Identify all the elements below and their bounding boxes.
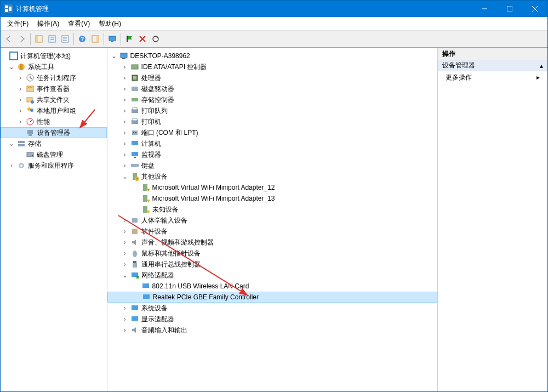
label: 磁盘管理 xyxy=(37,150,63,160)
nav-system-tools[interactable]: ⌄ 系统工具 xyxy=(1,61,107,72)
minimize-button[interactable] xyxy=(472,1,497,17)
refresh-button[interactable] xyxy=(150,33,162,45)
chevron-right-icon[interactable]: › xyxy=(122,239,128,246)
show-actions-button[interactable] xyxy=(89,33,101,45)
forward-button[interactable] xyxy=(16,33,28,45)
device-system[interactable]: ›系统设备 xyxy=(107,303,438,314)
label: 存储控制器 xyxy=(141,95,174,105)
chevron-right-icon[interactable]: › xyxy=(122,129,128,136)
device-software[interactable]: ›软件设备 xyxy=(107,226,438,237)
device-ports[interactable]: ›端口 (COM 和 LPT) xyxy=(107,127,438,138)
chevron-right-icon[interactable]: › xyxy=(122,140,128,147)
menu-action[interactable]: 操作(A) xyxy=(33,18,64,30)
svg-rect-76 xyxy=(132,229,138,234)
printer-icon xyxy=(130,117,139,126)
nav-root[interactable]: 计算机管理(本地) xyxy=(1,50,107,61)
device-wlan[interactable]: 802.11n USB Wireless LAN Card xyxy=(107,281,438,292)
label: 声音、视频和游戏控制器 xyxy=(141,238,214,247)
menu-file[interactable]: 文件(F) xyxy=(3,18,33,30)
svg-point-47 xyxy=(32,155,33,156)
chevron-right-icon[interactable]: › xyxy=(122,250,128,257)
nav-performance[interactable]: › 性能 xyxy=(1,116,107,127)
device-computer[interactable]: ›计算机 xyxy=(107,138,438,149)
chevron-down-icon[interactable]: ⌄ xyxy=(8,140,15,147)
green-flag-button[interactable] xyxy=(123,33,135,45)
chevron-right-icon[interactable]: › xyxy=(17,75,24,81)
chevron-down-icon[interactable]: ⌄ xyxy=(122,272,128,279)
chevron-right-icon[interactable]: › xyxy=(122,327,128,333)
chevron-down-icon[interactable]: ⌄ xyxy=(122,173,128,180)
back-button[interactable] xyxy=(3,33,15,45)
chevron-right-icon[interactable]: › xyxy=(122,151,128,158)
nav-system-tools-label: 系统工具 xyxy=(28,63,54,72)
chevron-right-icon[interactable]: › xyxy=(122,107,128,114)
chevron-right-icon[interactable]: › xyxy=(122,261,128,268)
nav-event-viewer[interactable]: › 事件查看器 xyxy=(1,83,107,94)
actions-more[interactable]: 更多操作 ▸ xyxy=(438,71,547,83)
device-ide[interactable]: ›IDE ATA/ATAPI 控制器 xyxy=(107,61,438,72)
chevron-right-icon[interactable]: › xyxy=(17,96,24,103)
device-realtek[interactable]: Realtek PCIe GBE Family Controller xyxy=(107,292,438,303)
properties-button[interactable] xyxy=(46,33,58,45)
svg-rect-28 xyxy=(10,53,17,59)
device-hid[interactable]: ›人体学输入设备 xyxy=(107,215,438,226)
chevron-right-icon[interactable]: › xyxy=(122,316,128,322)
chevron-right-icon[interactable]: › xyxy=(17,86,24,92)
device-wifi13[interactable]: Microsoft Virtual WiFi Miniport Adapter_… xyxy=(107,193,438,204)
chevron-right-icon[interactable]: › xyxy=(17,118,24,125)
svg-rect-20 xyxy=(96,36,99,42)
nav-task-scheduler[interactable]: › 任务计划程序 xyxy=(1,72,107,83)
actions-section[interactable]: 设备管理器 ▴ xyxy=(438,60,547,71)
device-cpu[interactable]: ›处理器 xyxy=(107,72,438,83)
chevron-right-icon[interactable]: › xyxy=(17,107,24,114)
device-printers[interactable]: ›打印机 xyxy=(107,116,438,127)
label: 任务计划程序 xyxy=(37,73,76,83)
actions-header: 操作 xyxy=(438,48,547,60)
chevron-right-icon[interactable]: › xyxy=(122,162,128,169)
device-storage-ctrl[interactable]: ›存储控制器 xyxy=(107,94,438,105)
chevron-right-icon[interactable]: › xyxy=(122,305,128,311)
monitor-icon-button[interactable] xyxy=(106,33,118,45)
nav-local-users[interactable]: › 本地用户和组 xyxy=(1,105,107,116)
svg-rect-84 xyxy=(132,305,138,310)
device-mice[interactable]: ›鼠标和其他指针设备 xyxy=(107,248,438,259)
chevron-right-icon[interactable]: › xyxy=(122,118,128,125)
chevron-right-icon[interactable]: › xyxy=(122,86,128,92)
device-wifi12[interactable]: !Microsoft Virtual WiFi Miniport Adapter… xyxy=(107,182,438,193)
nav-device-manager[interactable]: 设备管理器 xyxy=(1,127,107,138)
device-other[interactable]: ⌄?其他设备 xyxy=(107,171,438,182)
chevron-right-icon[interactable]: › xyxy=(122,64,128,70)
chevron-right-icon[interactable]: › xyxy=(122,75,128,81)
device-usb[interactable]: ›通用串行总线控制器 xyxy=(107,259,438,270)
export-list-button[interactable] xyxy=(59,33,71,45)
device-root[interactable]: ⌄ DESKTOP-A398962 xyxy=(107,50,438,61)
chevron-down-icon[interactable]: ⌄ xyxy=(111,53,117,59)
nav-disk-management[interactable]: 磁盘管理 xyxy=(1,149,107,160)
device-display[interactable]: ›显示适配器 xyxy=(107,314,438,325)
chevron-right-icon[interactable]: › xyxy=(122,96,128,103)
nav-services-apps[interactable]: › 服务和应用程序 xyxy=(1,160,107,171)
device-monitors[interactable]: ›监视器 xyxy=(107,149,438,160)
chevron-right-icon[interactable]: › xyxy=(122,217,128,224)
nav-shared-folders[interactable]: › 共享文件夹 xyxy=(1,94,107,105)
device-disk-drives[interactable]: ›磁盘驱动器 xyxy=(107,83,438,94)
delete-button[interactable] xyxy=(136,33,149,45)
nav-storage[interactable]: ⌄ 存储 xyxy=(1,138,107,149)
help-button[interactable]: ? xyxy=(76,33,88,45)
device-network-adapters[interactable]: ⌄网络适配器 xyxy=(107,270,438,281)
menu-help[interactable]: 帮助(H) xyxy=(94,18,125,30)
device-audio-io[interactable]: ›音频输入和输出 xyxy=(107,325,438,336)
maximize-button[interactable] xyxy=(497,1,522,17)
device-unknown[interactable]: 未知设备 xyxy=(107,204,438,215)
close-button[interactable] xyxy=(522,1,547,17)
chevron-right-icon[interactable]: › xyxy=(122,228,128,235)
device-keyboards[interactable]: ›键盘 xyxy=(107,160,438,171)
svg-rect-51 xyxy=(122,58,125,59)
device-manager-icon xyxy=(26,128,35,137)
device-sound[interactable]: ›声音、视频和游戏控制器 xyxy=(107,237,438,248)
chevron-right-icon[interactable]: › xyxy=(8,162,15,169)
chevron-down-icon[interactable]: ⌄ xyxy=(8,64,15,70)
device-print-queues[interactable]: ›打印队列 xyxy=(107,105,438,116)
menu-view[interactable]: 查看(V) xyxy=(64,18,94,30)
show-hide-tree-button[interactable] xyxy=(33,33,45,45)
